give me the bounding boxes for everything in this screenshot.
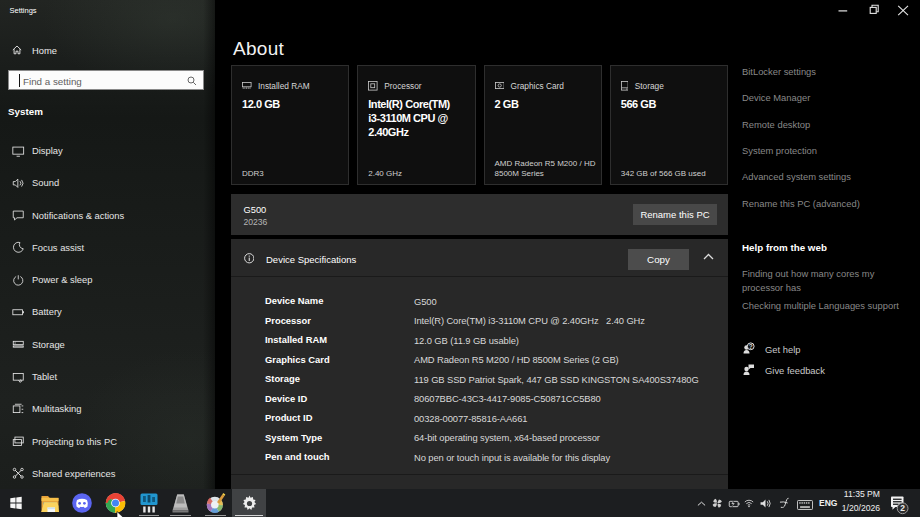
svg-text:?: ? bbox=[749, 343, 753, 350]
svg-text:2: 2 bbox=[900, 503, 905, 513]
